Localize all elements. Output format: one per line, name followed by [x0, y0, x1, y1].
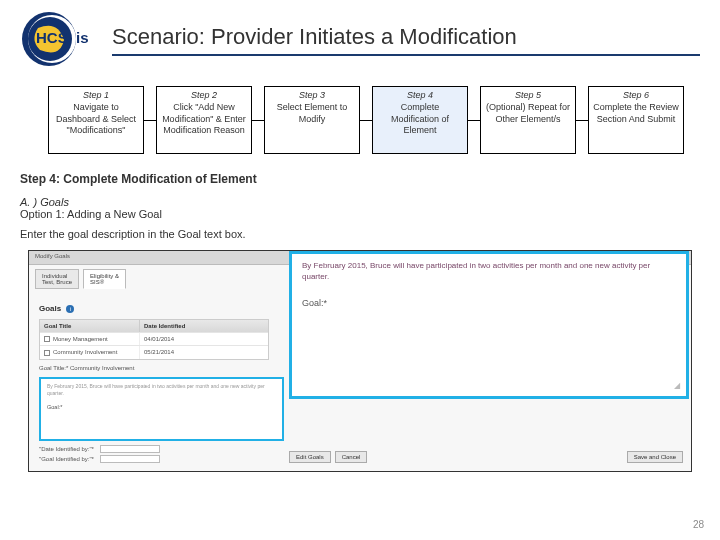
connector: [252, 120, 264, 121]
svg-text:is: is: [76, 29, 89, 46]
table-row[interactable]: Community Involvement 05/21/2014: [40, 345, 268, 358]
date-identified-select[interactable]: [100, 445, 160, 453]
step-body: Select Element to Modify: [268, 102, 356, 125]
step-title: Step 3: [268, 90, 356, 101]
connector: [360, 120, 372, 121]
tab-individual[interactable]: Individual Test, Bruce: [35, 269, 79, 289]
step-title: Step 6: [592, 90, 680, 101]
connector: [144, 120, 156, 121]
connector: [468, 120, 480, 121]
step-title: Step 4: [376, 90, 464, 101]
connector: [576, 120, 588, 121]
step-body: Click "Add New Modification" & Enter Mod…: [160, 102, 248, 136]
step-body: Navigate to Dashboard & Select "Modifica…: [52, 102, 140, 136]
callout-text: By February 2015, Bruce will have partic…: [302, 260, 676, 282]
step-body: Complete Modification of Element: [376, 102, 464, 136]
col-date: Date Identified: [140, 320, 268, 332]
goals-label: Goals i: [39, 301, 279, 313]
svg-text:HCS: HCS: [36, 29, 68, 46]
page-number: 28: [693, 519, 704, 530]
step-title: Step 1: [52, 90, 140, 101]
hcsis-logo: HCS is: [20, 10, 94, 70]
embedded-screenshot: Modify Goals Individual Test, Bruce Elig…: [28, 250, 692, 472]
resize-handle-icon[interactable]: ◢: [674, 381, 680, 390]
edit-goals-button[interactable]: Edit Goals: [289, 451, 331, 463]
step-flow: Step 1 Navigate to Dashboard & Select "M…: [0, 70, 720, 164]
col-goal-title: Goal Title: [40, 320, 140, 332]
step-2: Step 2 Click "Add New Modification" & En…: [156, 86, 252, 154]
callout-label: Goal:*: [302, 298, 676, 308]
page-title: Scenario: Provider Initiates a Modificat…: [112, 24, 700, 56]
tab-eligibility[interactable]: Eligibility & SIS®: [83, 269, 126, 289]
goal-title-field: Goal Title:* Community Involvement: [39, 365, 134, 371]
step-title: Step 2: [160, 90, 248, 101]
step-4-active: Step 4 Complete Modification of Element: [372, 86, 468, 154]
checkbox-icon[interactable]: [44, 336, 50, 342]
bottom-fields: "Date Identified by:"* "Goal Identified …: [39, 445, 160, 465]
goal-text-preview: By February 2015, Bruce will have partic…: [47, 383, 276, 396]
step-body: (Optional) Repeat for Other Element/s: [484, 102, 572, 125]
slide-header: HCS is Scenario: Provider Initiates a Mo…: [0, 0, 720, 70]
step-6: Step 6 Complete the Review Section And S…: [588, 86, 684, 154]
checkbox-icon[interactable]: [44, 350, 50, 356]
sub-heading-b: Option 1: Adding a New Goal: [0, 208, 720, 228]
step-3: Step 3 Select Element to Modify: [264, 86, 360, 154]
goal-callout: By February 2015, Bruce will have partic…: [289, 251, 689, 399]
step-body: Complete the Review Section And Submit: [592, 102, 680, 125]
goal-label: Goal:*: [47, 404, 276, 412]
section-heading: Step 4: Complete Modification of Element: [0, 164, 720, 192]
step-title: Step 5: [484, 90, 572, 101]
identified-by-select[interactable]: [100, 455, 160, 463]
table-row[interactable]: Money Management 04/01/2014: [40, 332, 268, 345]
instruction-text: Enter the goal description in the Goal t…: [0, 228, 720, 250]
app-tabs: Individual Test, Bruce Eligibility & SIS…: [35, 269, 126, 289]
step-1: Step 1 Navigate to Dashboard & Select "M…: [48, 86, 144, 154]
goal-textbox-highlight[interactable]: By February 2015, Bruce will have partic…: [39, 377, 284, 441]
save-close-button[interactable]: Save and Close: [627, 451, 683, 463]
cancel-button[interactable]: Cancel: [335, 451, 368, 463]
step-5: Step 5 (Optional) Repeat for Other Eleme…: [480, 86, 576, 154]
info-icon[interactable]: i: [66, 305, 74, 313]
sub-heading-a: A. ) Goals: [0, 192, 720, 208]
goals-table: Goal Title Date Identified Money Managem…: [39, 319, 269, 360]
